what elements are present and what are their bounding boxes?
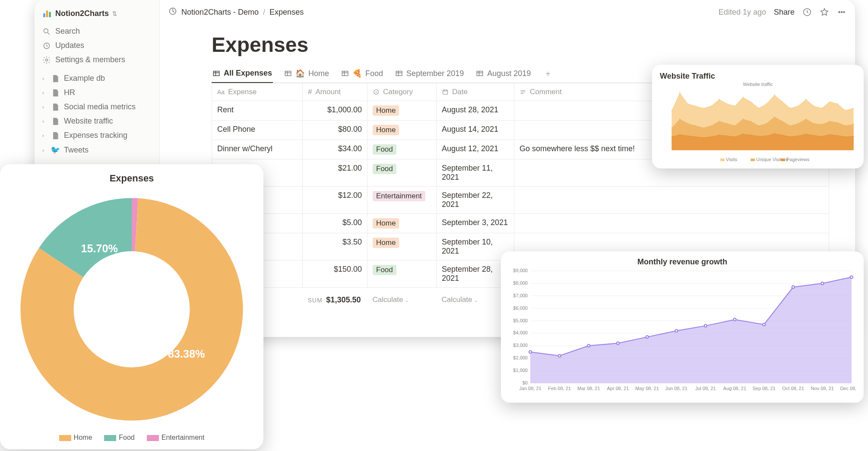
cell-date[interactable]: September 11, 2021 bbox=[437, 159, 514, 187]
breadcrumb-root[interactable]: Notion2Charts - Demo bbox=[181, 8, 259, 17]
text-prop-icon bbox=[520, 89, 526, 95]
more-icon[interactable] bbox=[837, 7, 846, 17]
sidebar-settings[interactable]: Settings & members bbox=[38, 53, 156, 67]
table-row[interactable]: 🍿$12.00EntertainmentSeptember 22, 2021 bbox=[212, 187, 829, 214]
view-tab-home[interactable]: 🏠Home bbox=[283, 65, 330, 83]
page-icon bbox=[51, 131, 60, 140]
svg-rect-13 bbox=[285, 71, 291, 76]
view-tab-september-2019[interactable]: September 2019 bbox=[394, 66, 465, 83]
sidebar-page-website-traffic[interactable]: ›Website traffic bbox=[38, 114, 156, 128]
svg-point-43 bbox=[853, 108, 854, 109]
svg-point-73 bbox=[711, 136, 712, 137]
sidebar-page-social-media-metrics[interactable]: ›Social media metrics bbox=[38, 100, 156, 114]
star-icon[interactable] bbox=[820, 7, 829, 17]
sidebar-page-expenses-tracking[interactable]: ›Expenses tracking bbox=[38, 128, 156, 143]
chevron-right-icon[interactable]: › bbox=[40, 118, 47, 124]
cell-date[interactable]: August 12, 2021 bbox=[437, 140, 514, 159]
svg-point-35 bbox=[790, 108, 791, 109]
view-tab-label: Home bbox=[308, 69, 329, 78]
view-tab-food[interactable]: 🍕Food bbox=[340, 65, 384, 83]
cell-amount[interactable]: $3.50 bbox=[303, 233, 367, 260]
cell-amount[interactable]: $5.00 bbox=[303, 214, 367, 233]
edited-timestamp: Edited 1y ago bbox=[719, 8, 766, 17]
text-prop-icon: Aa bbox=[217, 89, 225, 95]
sidebar-page-example-db[interactable]: ›Example db bbox=[38, 71, 156, 86]
calc-sum[interactable]: SUM $1,305.50 bbox=[303, 288, 367, 309]
page-icon bbox=[168, 7, 177, 18]
cell-amount[interactable]: $34.00 bbox=[303, 140, 367, 159]
chevron-right-icon[interactable]: › bbox=[40, 132, 47, 139]
cell-category[interactable]: Food bbox=[367, 140, 437, 159]
svg-point-70 bbox=[687, 135, 688, 137]
col-header-expense[interactable]: AaExpense bbox=[212, 83, 303, 101]
clock-icon bbox=[42, 41, 51, 50]
clock-icon[interactable] bbox=[802, 7, 812, 17]
table-row[interactable]: els$5.00HomeSeptember 3, 2021 bbox=[212, 214, 829, 233]
svg-point-38 bbox=[813, 105, 814, 107]
svg-point-67 bbox=[853, 124, 854, 125]
cell-category[interactable]: Home bbox=[367, 101, 437, 121]
col-header-category[interactable]: Category bbox=[367, 83, 437, 101]
gear-icon bbox=[42, 56, 51, 64]
cell-date[interactable]: August 28, 2021 bbox=[437, 101, 514, 121]
revenue-title: Monthly revenue growth bbox=[509, 257, 856, 267]
svg-point-55 bbox=[758, 125, 760, 127]
cell-date[interactable]: September 22, 2021 bbox=[437, 187, 514, 214]
share-button[interactable]: Share bbox=[774, 8, 795, 17]
view-tab-august-2019[interactable]: August 2019 bbox=[475, 66, 532, 83]
chevron-right-icon[interactable]: › bbox=[40, 89, 47, 96]
svg-point-20 bbox=[672, 110, 673, 111]
workspace-switcher[interactable]: Notion2Charts ⇅ bbox=[38, 5, 156, 22]
search-icon bbox=[42, 27, 51, 36]
svg-point-81 bbox=[774, 133, 775, 134]
cell-amount[interactable]: $12.00 bbox=[303, 187, 367, 214]
svg-text:Jul 08, 21: Jul 08, 21 bbox=[695, 386, 716, 391]
sidebar-page-hr[interactable]: ›HR bbox=[38, 86, 156, 100]
cell-category[interactable]: Home bbox=[367, 214, 437, 233]
cell-amount[interactable]: $150.00 bbox=[303, 260, 367, 288]
cell-date[interactable]: September 3, 2021 bbox=[437, 214, 514, 233]
svg-point-28 bbox=[735, 105, 736, 107]
category-tag: Food bbox=[373, 265, 396, 275]
svg-point-136 bbox=[792, 286, 795, 289]
cell-category[interactable]: Home bbox=[367, 121, 437, 140]
cell-comment[interactable] bbox=[514, 187, 829, 214]
col-header-amount[interactable]: #Amount bbox=[303, 83, 367, 101]
cell-date[interactable]: August 14, 2021 bbox=[437, 121, 514, 140]
cell-expense[interactable]: Rent bbox=[212, 101, 303, 121]
cell-category[interactable]: Entertainment bbox=[367, 187, 437, 214]
sidebar-page-label: HR bbox=[64, 88, 75, 97]
website-traffic-chart: Website traffic VisitsUnique VisitorsPag… bbox=[660, 81, 856, 163]
svg-point-51 bbox=[727, 123, 728, 124]
cell-category[interactable]: Food bbox=[367, 260, 437, 288]
svg-point-9 bbox=[839, 12, 840, 13]
cell-amount[interactable]: $21.00 bbox=[303, 159, 367, 187]
svg-line-4 bbox=[48, 32, 50, 34]
svg-point-24 bbox=[703, 108, 704, 109]
cell-category[interactable]: Home bbox=[367, 233, 437, 260]
chevron-right-icon[interactable]: › bbox=[40, 104, 47, 110]
svg-rect-92 bbox=[720, 159, 725, 161]
svg-point-34 bbox=[782, 101, 783, 102]
sidebar-page-tweets[interactable]: ›🐦Tweets bbox=[38, 143, 156, 157]
cell-expense[interactable]: Cell Phone bbox=[212, 121, 303, 140]
view-tab-all-expenses[interactable]: All Expenses bbox=[212, 65, 273, 83]
add-view-button[interactable]: + bbox=[542, 67, 554, 81]
cell-amount[interactable]: $80.00 bbox=[303, 121, 367, 140]
cell-expense[interactable]: Dinner w/Cheryl bbox=[212, 140, 303, 159]
cell-comment[interactable] bbox=[514, 214, 829, 233]
category-tag: Home bbox=[373, 105, 399, 116]
table-icon bbox=[212, 70, 220, 77]
cell-amount[interactable]: $1,000.00 bbox=[303, 101, 367, 121]
breadcrumb-current[interactable]: Expenses bbox=[269, 8, 304, 17]
pie-slice-label-food: 15.70% bbox=[81, 242, 117, 254]
sidebar-updates[interactable]: Updates bbox=[38, 38, 156, 53]
svg-point-134 bbox=[763, 323, 765, 326]
calc-category[interactable]: Calculate bbox=[367, 288, 437, 309]
chevron-right-icon[interactable]: › bbox=[40, 147, 47, 153]
col-header-date[interactable]: Date bbox=[437, 83, 514, 101]
page-title[interactable]: Expenses bbox=[212, 33, 829, 57]
chevron-right-icon[interactable]: › bbox=[40, 75, 47, 82]
cell-category[interactable]: Food bbox=[367, 159, 437, 187]
sidebar-search[interactable]: Search bbox=[38, 24, 156, 38]
